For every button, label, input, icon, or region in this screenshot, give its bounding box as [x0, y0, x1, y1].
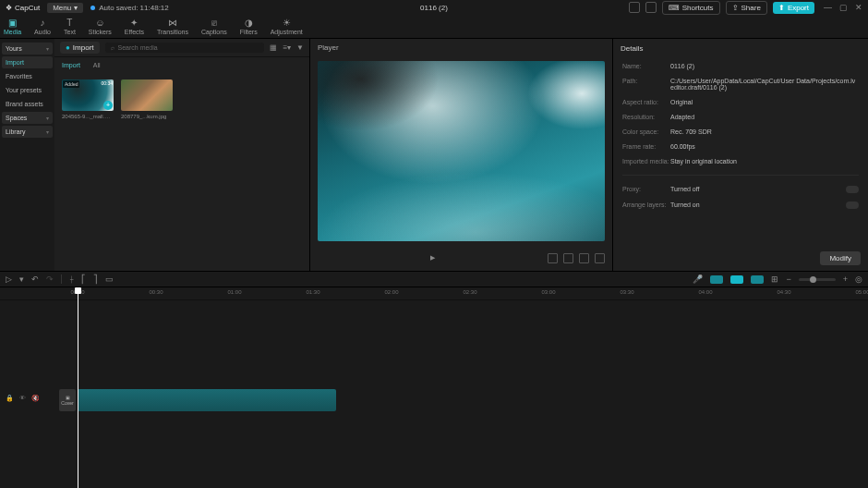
detail-row-aspect: Aspect ratio:Original — [622, 99, 859, 105]
play-icon[interactable]: ▶ — [430, 254, 435, 262]
shortcuts-button[interactable]: ⌨ Shortcuts — [662, 1, 720, 15]
track-toggle-icon[interactable]: ⊞ — [771, 274, 778, 284]
media-thumb[interactable]: Added 00:34 + 204565-9..._mall.mp4 — [62, 79, 114, 119]
preview-icon[interactable] — [751, 275, 764, 284]
tab-stickers[interactable]: ☺Stickers — [89, 18, 112, 35]
ruler-tick: 05:00 — [855, 289, 868, 295]
sidebar-item-favorites[interactable]: Favorites — [2, 70, 53, 82]
keyboard-icon: ⌨ — [669, 4, 680, 12]
player-title: Player — [310, 39, 612, 57]
filter-icon[interactable]: ▼ — [296, 43, 304, 52]
lock-icon[interactable]: 🔒 — [6, 395, 14, 402]
player-canvas[interactable] — [318, 61, 605, 241]
add-clip-icon[interactable]: + — [103, 101, 113, 110]
sidebar-label: Import — [6, 59, 24, 66]
split-icon[interactable]: ⟊ — [69, 274, 74, 284]
expand-icon[interactable] — [563, 253, 573, 263]
transitions-icon: ⋈ — [168, 18, 178, 28]
adjustment-icon: ☀ — [282, 18, 292, 28]
sort-icon[interactable]: ≡▾ — [283, 43, 291, 52]
subtab-import[interactable]: Import — [62, 62, 80, 68]
history-icon[interactable] — [645, 2, 657, 13]
view-options: ▦ ≡▾ ▼ — [270, 43, 304, 52]
playhead[interactable] — [78, 287, 78, 488]
redo-icon[interactable]: ↷ — [46, 274, 54, 284]
chevron-down-icon[interactable]: ▾ — [19, 274, 24, 284]
delete-icon[interactable]: ▭ — [105, 274, 114, 284]
tab-label: Effects — [125, 29, 144, 35]
export-icon: ⬆ — [778, 4, 785, 12]
detail-value: Original — [670, 99, 859, 105]
undo-icon[interactable]: ↶ — [31, 274, 39, 284]
modify-button[interactable]: Modify — [820, 251, 861, 265]
timeline-ruler[interactable]: 00:0000:3001:0001:3002:0002:3003:0003:30… — [0, 287, 868, 300]
maximize-icon[interactable]: ▢ — [839, 3, 848, 12]
sidebar-item-yours[interactable]: Yours▾ — [2, 43, 53, 55]
ruler-tick: 00:30 — [149, 289, 163, 295]
link-icon[interactable] — [730, 275, 743, 284]
detail-row-colorspace: Color space:Rec. 709 SDR — [622, 128, 859, 135]
zoom-out-icon[interactable]: − — [786, 274, 790, 284]
import-button[interactable]: ● Import — [60, 42, 100, 54]
effects-icon: ✦ — [129, 18, 139, 28]
ratio-icon[interactable] — [548, 253, 558, 263]
detail-label: Proxy: — [622, 186, 670, 192]
layout-icon[interactable] — [629, 2, 640, 13]
grid-icon[interactable]: ▦ — [270, 43, 277, 52]
tab-text[interactable]: TText — [64, 18, 76, 35]
magnet-icon[interactable] — [710, 275, 723, 284]
sidebar-item-library[interactable]: Library▾ — [2, 126, 53, 138]
timeline[interactable]: 00:0000:3001:0001:3002:0002:3003:0003:30… — [0, 287, 868, 488]
toggle-proxy[interactable] — [846, 186, 859, 193]
minimize-icon[interactable]: — — [824, 3, 832, 12]
trim-left-icon[interactable]: ⎡ — [81, 274, 86, 284]
eye-icon[interactable]: 👁 — [19, 395, 26, 402]
toggle-arrange[interactable] — [846, 201, 859, 209]
detail-value: Stay in original location — [670, 158, 859, 165]
mic-icon[interactable]: 🎤 — [693, 274, 703, 284]
fit-icon[interactable]: ◎ — [855, 274, 862, 284]
tab-captions[interactable]: ⎚Captions — [201, 18, 227, 35]
tab-label: Filters — [240, 29, 258, 35]
chevron-down-icon: ▾ — [74, 4, 78, 12]
shortcuts-label: Shortcuts — [682, 4, 714, 12]
audio-icon: ♪ — [38, 18, 48, 28]
sidebar-item-spaces[interactable]: Spaces▾ — [2, 112, 53, 124]
detail-value: 0116 (2) — [670, 63, 859, 69]
cover-button[interactable]: ▣ Cover — [59, 389, 76, 411]
app-icon: ❖ — [6, 4, 12, 12]
tab-filters[interactable]: ◑Filters — [240, 18, 258, 35]
detail-row-resolution: Resolution:Adapted — [622, 114, 859, 120]
close-icon[interactable]: ✕ — [855, 3, 862, 12]
export-button[interactable]: ⬆ Export — [773, 2, 814, 14]
mute-icon[interactable]: 🔇 — [31, 395, 40, 402]
thumb-filename: 204565-9..._mall.mp4 — [62, 114, 114, 119]
search-input[interactable]: ⌕ Search media — [105, 43, 265, 53]
trim-right-icon[interactable]: ⎤ — [93, 274, 98, 284]
zoom-in-icon[interactable]: + — [843, 274, 848, 284]
media-subtabs: Import All — [54, 57, 309, 72]
detail-value: Turned off — [670, 186, 846, 192]
media-thumb[interactable]: 208779_...kum.jpg — [121, 79, 173, 119]
tab-audio[interactable]: ♪Audio — [34, 18, 51, 35]
tab-effects[interactable]: ✦Effects — [125, 18, 144, 35]
tab-adjustment[interactable]: ☀Adjustment — [271, 18, 303, 35]
app-logo: ❖ CapCut — [6, 4, 40, 12]
save-status: Auto saved: 11:48:12 — [90, 4, 169, 12]
timeline-clip[interactable] — [78, 389, 336, 411]
sidebar-item-import[interactable]: Import — [2, 56, 53, 68]
menu-button[interactable]: Menu ▾ — [47, 3, 83, 13]
stickers-icon: ☺ — [95, 18, 105, 28]
sidebar-item-presets[interactable]: Your presets — [2, 84, 53, 96]
subtab-all[interactable]: All — [93, 62, 101, 68]
fullscreen-icon[interactable] — [595, 253, 605, 263]
sidebar-item-brand[interactable]: Brand assets — [2, 98, 53, 110]
zoom-slider[interactable] — [799, 278, 836, 281]
share-button[interactable]: ⇪ Share — [726, 1, 767, 15]
selection-tool-icon[interactable]: ▷ — [6, 274, 12, 284]
tab-media[interactable]: ▣Media — [4, 18, 21, 35]
text-icon: T — [65, 18, 75, 28]
compare-icon[interactable] — [579, 253, 589, 263]
tab-transitions[interactable]: ⋈Transitions — [157, 18, 188, 35]
captions-icon: ⎚ — [209, 18, 219, 28]
